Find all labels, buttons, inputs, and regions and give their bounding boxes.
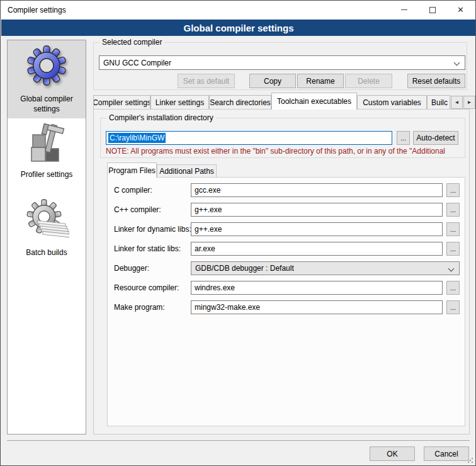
c-compiler-input[interactable] bbox=[191, 183, 443, 197]
linker-static-label: Linker for static libs: bbox=[114, 242, 181, 256]
close-button[interactable]: ✕ bbox=[446, 1, 475, 19]
debugger-value: GDB/CDB debugger : Default bbox=[195, 264, 294, 273]
compiler-settings-dialog: Compiler settings ✕ Global compiler sett… bbox=[0, 0, 476, 466]
minimize-icon bbox=[401, 9, 407, 10]
gray-gear-stack-icon bbox=[24, 198, 69, 243]
form-row: Linker for dynamic libs: ... bbox=[108, 222, 466, 237]
tab-scroll-left-button[interactable]: ◄ bbox=[451, 96, 463, 109]
resource-compiler-input[interactable] bbox=[191, 281, 443, 295]
ok-button[interactable]: OK bbox=[370, 446, 415, 461]
linker-static-input[interactable] bbox=[191, 242, 443, 256]
rename-button[interactable]: Rename bbox=[297, 74, 344, 88]
tab-scroll-right-button[interactable]: ► bbox=[463, 96, 475, 109]
selected-compiler-value: GNU GCC Compiler bbox=[103, 59, 171, 67]
minimize-button[interactable] bbox=[390, 1, 418, 19]
sidebar-item-profiler-settings[interactable]: Profiler settings bbox=[8, 122, 86, 191]
form-row: Debugger: GDB/CDB debugger : Default bbox=[108, 261, 466, 276]
make-program-browse-button[interactable]: ... bbox=[446, 300, 460, 314]
reset-defaults-button[interactable]: Reset defaults bbox=[407, 74, 465, 88]
close-icon: ✕ bbox=[457, 6, 464, 14]
linker-dynamic-label: Linker for dynamic libs: bbox=[114, 222, 191, 236]
make-program-label: Make program: bbox=[114, 300, 165, 314]
arrow-left-icon: ◄ bbox=[455, 99, 460, 105]
form-row: Resource compiler: ... bbox=[108, 281, 466, 295]
arrow-right-icon: ► bbox=[467, 99, 472, 105]
caliper-icon bbox=[26, 123, 67, 169]
copy-button[interactable]: Copy bbox=[249, 74, 296, 88]
c-compiler-browse-button[interactable]: ... bbox=[446, 183, 460, 197]
linker-dynamic-input[interactable] bbox=[191, 222, 443, 236]
tab-custom-variables[interactable]: Custom variables bbox=[357, 95, 427, 110]
window-title: Compiler settings bbox=[8, 6, 66, 14]
installation-directory-group: Compiler's installation directory C:\ray… bbox=[100, 118, 465, 158]
resource-compiler-browse-button[interactable]: ... bbox=[446, 281, 460, 295]
settings-category-list: Global compiler settings Profiler settin… bbox=[7, 40, 86, 435]
tab-linker-settings[interactable]: Linker settings bbox=[150, 95, 209, 110]
resize-grip[interactable] bbox=[467, 457, 473, 463]
tab-toolchain-executables[interactable]: Toolchain executables bbox=[271, 93, 357, 110]
sidebar-item-label: Batch builds bbox=[14, 248, 79, 258]
debugger-select[interactable]: GDB/CDB debugger : Default bbox=[191, 261, 460, 275]
subtab-program-files[interactable]: Program Files bbox=[107, 162, 157, 178]
sidebar-item-global-compiler-settings[interactable]: Global compiler settings bbox=[8, 40, 86, 118]
c-compiler-label: C compiler: bbox=[114, 183, 152, 197]
tab-search-directories[interactable]: Search directories bbox=[209, 95, 271, 110]
tab-build-options-truncated[interactable]: Builc bbox=[427, 95, 450, 110]
chevron-down-icon bbox=[454, 60, 460, 66]
footer-divider bbox=[7, 440, 470, 441]
auto-detect-button[interactable]: Auto-detect bbox=[413, 131, 458, 145]
maximize-button[interactable] bbox=[418, 1, 446, 19]
maximize-icon bbox=[429, 7, 436, 13]
program-files-page: C compiler: ... C++ compiler: ... Linker… bbox=[107, 177, 465, 426]
cancel-button[interactable]: Cancel bbox=[424, 446, 469, 461]
installation-directory-legend: Compiler's installation directory bbox=[106, 113, 216, 122]
title-bar[interactable]: Compiler settings ✕ bbox=[1, 1, 475, 20]
directory-browse-button[interactable]: ... bbox=[397, 131, 410, 145]
sidebar-item-label: Global compiler settings bbox=[14, 94, 79, 114]
cpp-compiler-input[interactable] bbox=[191, 203, 443, 217]
selected-compiler-group: Selected compiler GNU GCC Compiler Set a… bbox=[93, 42, 467, 90]
selected-text: C:\raylib\MinGW bbox=[108, 133, 166, 143]
selected-compiler-legend: Selected compiler bbox=[99, 38, 164, 47]
cpp-compiler-browse-button[interactable]: ... bbox=[446, 203, 460, 217]
subtab-additional-paths[interactable]: Additional Paths bbox=[157, 164, 217, 178]
form-row: Linker for static libs: ... bbox=[108, 242, 466, 256]
delete-button: Delete bbox=[345, 74, 392, 88]
tab-compiler-settings[interactable]: Compiler settings bbox=[93, 95, 150, 110]
cpp-compiler-label: C++ compiler: bbox=[114, 203, 161, 217]
debugger-label: Debugger: bbox=[114, 261, 149, 275]
selected-compiler-select[interactable]: GNU GCC Compiler bbox=[99, 55, 465, 70]
resource-compiler-label: Resource compiler: bbox=[114, 281, 179, 295]
linker-static-browse-button[interactable]: ... bbox=[446, 242, 460, 256]
installation-directory-input[interactable]: C:\raylib\MinGW bbox=[106, 131, 392, 145]
chevron-down-icon bbox=[448, 266, 455, 272]
sidebar-item-label: Profiler settings bbox=[14, 170, 79, 180]
form-row: C compiler: ... bbox=[108, 183, 466, 198]
form-row: C++ compiler: ... bbox=[108, 203, 466, 217]
linker-dynamic-browse-button[interactable]: ... bbox=[446, 222, 460, 236]
sidebar-item-batch-builds[interactable]: Batch builds bbox=[8, 198, 86, 258]
set-as-default-button: Set as default bbox=[178, 74, 235, 88]
page-title: Global compiler settings bbox=[1, 20, 476, 36]
make-program-input[interactable] bbox=[191, 300, 443, 314]
blue-gear-icon bbox=[25, 44, 68, 87]
form-row: Make program: ... bbox=[108, 300, 466, 315]
note-text: NOTE: All programs must exist either in … bbox=[106, 147, 463, 156]
toolchain-executables-page: Compiler's installation directory C:\ray… bbox=[93, 109, 470, 435]
